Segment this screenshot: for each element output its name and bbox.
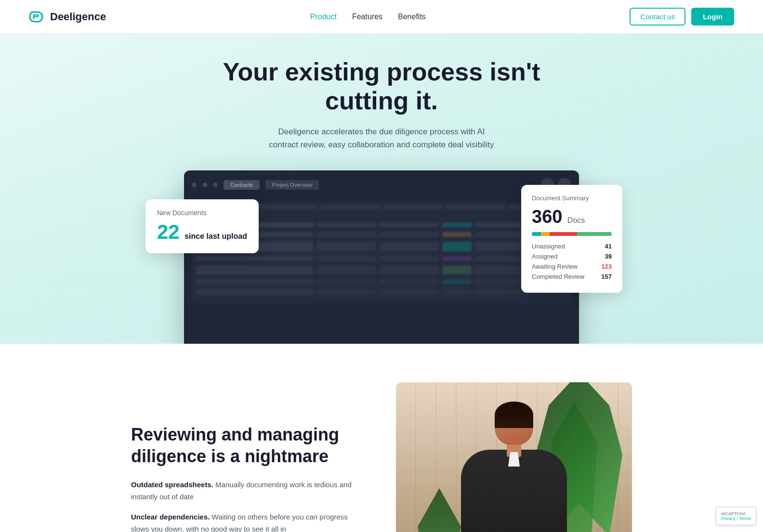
summary-value-completed: 157: [601, 273, 612, 280]
pb-awaiting: [550, 232, 577, 236]
summary-row-unassigned: Unassigned 41: [532, 243, 612, 250]
doc-summary-title: Document Summary: [532, 195, 612, 202]
para2-bold: Unclear dependencies.: [131, 513, 210, 521]
section2-title: Reviewing and managing diligence is a ni…: [131, 424, 367, 467]
summary-label-unassigned: Unassigned: [532, 243, 565, 250]
section2-text: Reviewing and managing diligence is a ni…: [131, 424, 367, 532]
section2-image: [396, 382, 632, 532]
summary-value-awaiting: 123: [601, 263, 612, 270]
para1-bold: Outdated spreadsheets.: [131, 480, 213, 489]
navbar: Deeligence Product Features Benefits Con…: [0, 0, 763, 34]
dashboard-topbar: Contracts Project Overview: [192, 178, 571, 192]
pb-completed: [577, 232, 612, 236]
summary-label-assigned: Assigned: [532, 253, 557, 260]
dash-tab-project: Project Overview: [265, 180, 319, 190]
nav-actions: Contact us Login: [630, 8, 734, 26]
logo-text: Deeligence: [50, 11, 106, 23]
dot2: [202, 182, 207, 187]
nav-features[interactable]: Features: [352, 13, 382, 21]
contact-us-button[interactable]: Contact us: [630, 8, 685, 26]
recaptcha-text: reCAPTCHAPrivacy - Terms: [721, 511, 751, 521]
hero-title: Your existing process isn't cutting it.: [194, 58, 569, 116]
summary-row-awaiting: Awaiting Review 123: [532, 263, 612, 270]
section2: Reviewing and managing diligence is a ni…: [131, 382, 632, 532]
dashboard-mockup: Contracts Project Overview: [184, 170, 579, 344]
login-button[interactable]: Login: [691, 8, 734, 26]
section2-para-2: Unclear dependencies. Waiting on others …: [131, 511, 367, 532]
nav-links: Product Features Benefits: [310, 13, 426, 21]
pb-unassigned: [532, 232, 541, 236]
summary-label-awaiting: Awaiting Review: [532, 263, 578, 270]
card-new-documents: New Documents 22 since last upload: [145, 199, 259, 253]
dot1: [192, 182, 197, 187]
summary-value-unassigned: 41: [605, 243, 612, 250]
nav-benefits[interactable]: Benefits: [398, 13, 426, 21]
hero-subtitle: Deeligence accelerates the due diligence…: [269, 125, 494, 151]
summary-row-completed: Completed Review 157: [532, 273, 612, 280]
dash-tab-contracts: Contracts: [224, 180, 260, 190]
new-docs-number: 22: [157, 221, 180, 243]
logo-icon: [29, 10, 46, 24]
doc-count: 360: [532, 207, 562, 227]
logo[interactable]: Deeligence: [29, 10, 106, 24]
nav-product[interactable]: Product: [310, 13, 337, 21]
hero-section: Your existing process isn't cutting it. …: [0, 34, 763, 344]
dot3: [213, 182, 218, 187]
card-document-summary: Document Summary 360 Docs Unassigned 41 …: [521, 185, 622, 293]
new-docs-title: New Documents: [157, 209, 247, 217]
summary-value-assigned: 39: [605, 253, 612, 260]
section2-para-1: Outdated spreadsheets. Manually document…: [131, 479, 367, 503]
hero-dashboard: New Documents 22 since last upload Contr…: [184, 170, 579, 344]
pb-assigned: [541, 232, 550, 236]
recaptcha-badge: reCAPTCHAPrivacy - Terms: [716, 507, 756, 525]
summary-label-completed: Completed Review: [532, 273, 584, 280]
doc-count-row: 360 Docs: [532, 207, 612, 227]
new-docs-since: since last upload: [184, 232, 247, 240]
summary-row-assigned: Assigned 39: [532, 253, 612, 260]
doc-label: Docs: [567, 216, 585, 224]
summary-progress-bar: [532, 232, 612, 236]
